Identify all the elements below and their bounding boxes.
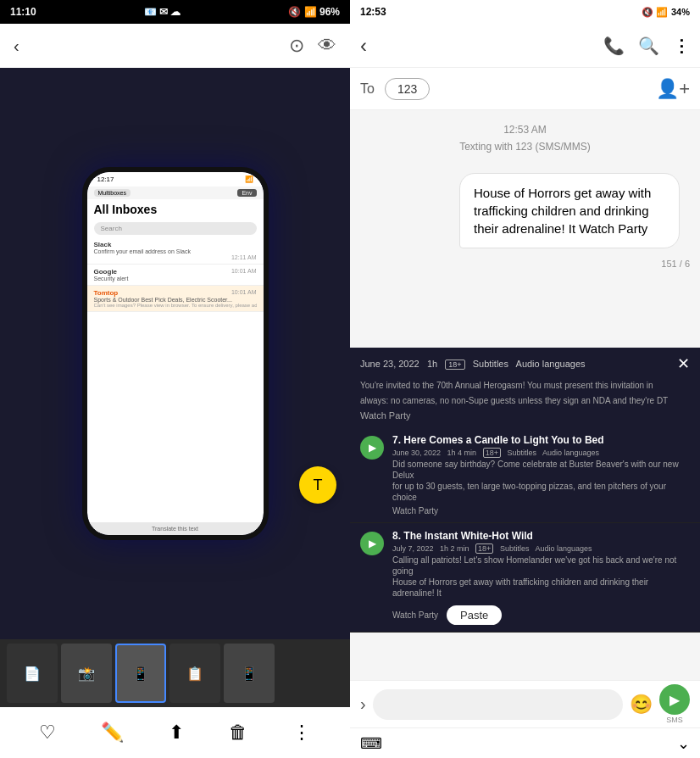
input-area: › 😊 ▶ SMS xyxy=(350,680,700,727)
phone-inbox-bar: Multiboxes Env xyxy=(87,187,264,199)
play-ep3-button[interactable]: ▶ xyxy=(360,532,384,555)
edit-button[interactable]: ✏️ xyxy=(101,722,124,744)
message-area: 12:53 AM Texting with 123 (SMS/MMS) Hous… xyxy=(350,110,700,680)
to-field: To 123 👤+ xyxy=(350,68,700,110)
right-bottom-bar: ⌨ ⌄ xyxy=(350,727,700,758)
popup-ep3: ▶ 8. The Instant White-Hot Wild July 7, … xyxy=(350,523,700,633)
delete-button[interactable]: 🗑 xyxy=(229,722,247,744)
ep3-watch-party[interactable]: Watch Party xyxy=(392,610,438,620)
eye-icon[interactable]: 👁 xyxy=(318,35,336,57)
email-item-slack[interactable]: Slack Confirm your email address on Slac… xyxy=(87,237,264,265)
more-button[interactable]: ⋮ xyxy=(292,722,311,744)
sms-label: SMS xyxy=(666,716,683,724)
thumbnail-1[interactable]: 📸 xyxy=(61,644,112,703)
translate-fab[interactable]: T xyxy=(299,466,336,504)
thumbnail-2[interactable]: 📱 xyxy=(115,644,166,703)
right-panel: 12:53 🔇 📶 34% ‹ 📞 🔍 ⋮ To 123 👤+ 12:53 AM… xyxy=(350,0,700,758)
left-status-right: 🔇 📶 96% xyxy=(288,6,340,18)
message-subtext: Texting with 123 (SMS/MMS) xyxy=(350,141,700,166)
left-bottom-toolbar: ♡ ✏️ ⬆ 🗑 ⋮ xyxy=(0,707,350,758)
phone-icon[interactable]: 📞 xyxy=(603,36,625,56)
phone-mockup: 12:17 📶 Multiboxes Env All Inboxes Searc… xyxy=(82,167,269,540)
thumbnail-strip: 📄 📸 📱 📋 📱 xyxy=(0,639,350,707)
heart-button[interactable]: ♡ xyxy=(39,722,56,744)
chevron-down-icon[interactable]: ⌄ xyxy=(677,734,690,753)
ep2-watch-party[interactable]: Watch Party xyxy=(392,506,690,516)
paste-button[interactable]: Paste xyxy=(447,605,502,625)
email-item-google[interactable]: Google 10:01 AM Security alert xyxy=(87,265,264,286)
image-viewer: 12:17 📶 Multiboxes Env All Inboxes Searc… xyxy=(0,68,350,639)
right-status-bar: 12:53 🔇 📶 34% xyxy=(350,0,700,24)
message-input[interactable] xyxy=(373,689,623,720)
popup-ep1-watch-party[interactable]: Watch Party xyxy=(350,410,700,427)
thumbnail-0[interactable]: 📄 xyxy=(7,644,58,703)
message-bubble: House of Horrors get away with trafficki… xyxy=(459,173,680,248)
scan-icon[interactable]: ⊙ xyxy=(289,35,304,57)
search-icon[interactable]: 🔍 xyxy=(638,36,659,56)
all-inboxes-label: All Inboxes xyxy=(87,199,264,220)
add-contact-button[interactable]: 👤+ xyxy=(656,78,690,100)
back-button-right[interactable]: ‹ xyxy=(360,34,367,58)
phone-status: 12:17 📶 xyxy=(87,172,264,187)
content-popup: June 23, 2022 1h 18+ Subtitles Audio lan… xyxy=(350,348,700,633)
left-time: 11:10 xyxy=(10,6,36,18)
right-time: 12:53 xyxy=(360,6,386,18)
share-button[interactable]: ⬆ xyxy=(169,722,184,744)
char-count: 151 / 6 xyxy=(661,259,693,269)
message-timestamp: 12:53 AM xyxy=(350,110,700,141)
send-sms-button[interactable]: ▶ SMS xyxy=(659,684,690,724)
send-icon: ▶ xyxy=(659,684,690,715)
expand-input-button[interactable]: › xyxy=(360,694,366,714)
phone-search[interactable]: Search xyxy=(94,222,257,235)
right-status-icons: 🔇 📶 34% xyxy=(642,7,690,18)
left-status-icons: 📧 ✉ ☁ xyxy=(144,6,181,18)
popup-ep2: ▶ 7. Here Comes a Candle to Light You to… xyxy=(350,427,700,523)
ep3-title: 8. The Instant White-Hot Wild xyxy=(392,530,690,542)
to-label: To xyxy=(360,81,375,97)
ep2-title: 7. Here Comes a Candle to Light You to B… xyxy=(392,434,690,446)
popup-ep1-title: You're invited to the 70th Annual Heroga… xyxy=(350,380,700,395)
ep2-desc: Did someone say birthday? Come celebrate… xyxy=(392,459,690,481)
emoji-button[interactable]: 😊 xyxy=(630,694,653,716)
keyboard-icon[interactable]: ⌨ xyxy=(360,734,382,753)
back-button[interactable]: ‹ xyxy=(14,36,19,56)
popup-close-button[interactable]: ✕ xyxy=(677,354,690,373)
thumbnail-3[interactable]: 📋 xyxy=(169,644,220,703)
phone-translate-bar: Translate this text xyxy=(87,522,264,535)
more-options-icon[interactable]: ⋮ xyxy=(673,36,690,56)
thumbnail-4[interactable]: 📱 xyxy=(224,644,275,703)
popup-ep1-header: June 23, 2022 1h 18+ Subtitles Audio lan… xyxy=(350,348,700,380)
left-status-bar: 11:10 📧 ✉ ☁ 🔇 📶 96% xyxy=(0,0,350,24)
ep3-desc: Calling all patriots! Let's show Homelan… xyxy=(392,555,690,577)
play-ep2-button[interactable]: ▶ xyxy=(360,436,384,460)
email-item-tomtop[interactable]: Tomtop 10:01 AM Sports & Outdoor Best Pi… xyxy=(87,286,264,312)
right-toolbar: ‹ 📞 🔍 ⋮ xyxy=(350,24,700,68)
recipient-chip[interactable]: 123 xyxy=(385,78,430,100)
left-toolbar: ‹ ⊙ 👁 xyxy=(0,24,350,68)
popup-ep1-desc: always: no cameras, no non-Supe guests u… xyxy=(350,395,700,410)
